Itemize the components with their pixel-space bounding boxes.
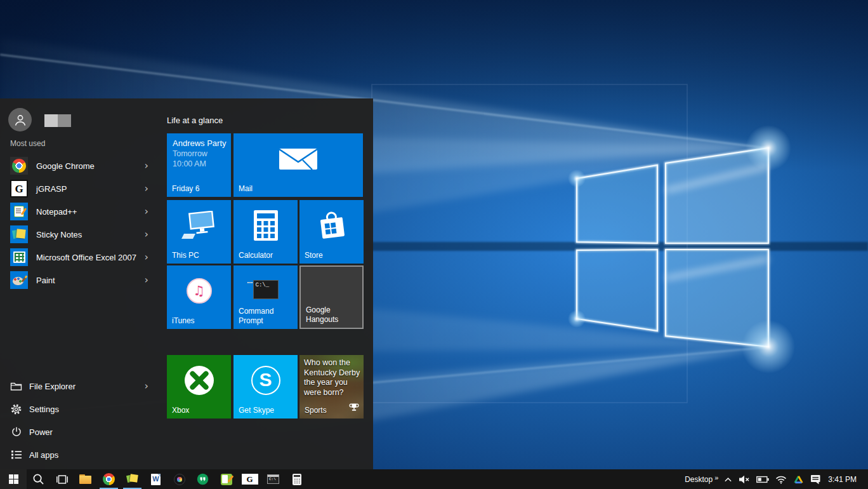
battery-icon — [756, 476, 769, 483]
taskbar-chrome[interactable] — [97, 469, 121, 489]
menu-item-file-explorer[interactable]: File Explorer › — [0, 375, 159, 398]
taskbar-file-explorer[interactable] — [74, 469, 97, 489]
chevron-right-icon[interactable]: › — [145, 184, 148, 194]
chrome-icon — [10, 157, 28, 175]
jgrasp-icon: G — [241, 473, 259, 485]
task-view-icon — [56, 474, 69, 485]
menu-item-notepad-plus-plus[interactable]: Notepad++ › — [0, 200, 159, 223]
chevron-right-icon[interactable]: › — [145, 275, 148, 285]
tile-sports[interactable]: Who won the Kentucky Derby the year you … — [299, 355, 364, 419]
notepad-plus-plus-icon — [10, 203, 28, 220]
search-icon — [32, 473, 44, 485]
chevron-right-icon[interactable]: › — [145, 161, 148, 171]
volume-muted-icon — [739, 475, 750, 484]
chevron-right-icon[interactable]: › — [145, 381, 148, 391]
calendar-event: Andrews Party Tomorrow 10:00 AM — [173, 138, 227, 169]
jgrasp-icon: G — [10, 180, 28, 198]
taskbar-word[interactable]: W — [144, 469, 168, 489]
mail-envelope-icon — [279, 145, 318, 173]
tile-calendar[interactable]: Andrews Party Tomorrow 10:00 AM Friday 6 — [167, 133, 231, 197]
taskbar: W G C:\ Desktop » — [0, 469, 868, 489]
all-apps-list-icon — [10, 449, 22, 461]
excel-icon — [10, 248, 28, 266]
tile-this-pc[interactable]: This PC — [167, 200, 231, 264]
tile-google-hangouts[interactable]: Google Hangouts — [299, 265, 364, 329]
tile-itunes[interactable]: ♫ iTunes — [167, 265, 231, 329]
sports-headline: Who won the Kentucky Derby the year you … — [304, 358, 362, 398]
trophy-icon — [349, 403, 359, 415]
command-prompt-icon: C:\ — [267, 474, 279, 484]
tile-command-prompt[interactable]: C:\_ Command Prompt — [233, 265, 298, 329]
volume-button[interactable] — [735, 469, 753, 489]
chevron-up-icon — [724, 476, 732, 483]
chevron-right-icon[interactable]: › — [145, 229, 148, 239]
sticky-notes-icon — [10, 225, 28, 243]
menu-item-google-chrome[interactable]: Google Chrome › — [0, 154, 159, 177]
taskbar-clock[interactable]: 3:41 PM — [824, 469, 860, 489]
system-list: File Explorer › Settings Power — [0, 375, 159, 466]
google-drive-tray[interactable] — [790, 469, 807, 489]
notepad-plus-plus-icon — [221, 474, 232, 485]
tiles-group-header: Life at a glance — [167, 116, 223, 125]
camera-lens-icon — [174, 474, 185, 485]
task-view-button[interactable] — [50, 469, 74, 489]
person-icon — [13, 113, 27, 127]
search-button[interactable] — [27, 469, 50, 489]
menu-item-jgrasp[interactable]: G jGRASP › — [0, 177, 159, 200]
taskbar-jgrasp[interactable]: G — [238, 469, 261, 489]
network-button[interactable] — [772, 469, 790, 489]
chevron-right-icon[interactable]: › — [145, 252, 148, 262]
menu-item-sticky-notes[interactable]: Sticky Notes › — [0, 223, 159, 246]
drive-icon — [793, 474, 804, 485]
power-icon — [10, 426, 22, 438]
taskbar-command-prompt[interactable]: C:\ — [261, 469, 285, 489]
desktop-toolbar[interactable]: Desktop » — [681, 469, 721, 489]
folder-icon — [10, 380, 22, 392]
taskbar-sticky-notes[interactable] — [121, 469, 144, 489]
monitor-icon — [181, 211, 217, 240]
battery-button[interactable] — [753, 469, 772, 489]
chevron-right-icon[interactable]: › — [145, 206, 148, 217]
overflow-chevrons-icon[interactable]: » — [714, 474, 718, 481]
calculator-icon — [253, 210, 279, 241]
file-explorer-icon — [79, 474, 92, 485]
xbox-sphere-icon — [185, 366, 214, 395]
paint-palette-icon — [10, 271, 28, 289]
wifi-icon — [775, 475, 787, 484]
taskbar-calculator[interactable] — [285, 469, 308, 489]
taskbar-notepad-plus-plus[interactable] — [214, 469, 238, 489]
menu-item-settings[interactable]: Settings — [0, 398, 159, 420]
word-icon: W — [151, 474, 161, 485]
show-hidden-icons-button[interactable] — [721, 469, 735, 489]
tile-label: Xbox — [172, 406, 228, 415]
skype-s-icon: S — [251, 366, 280, 395]
tile-label: Store — [305, 251, 360, 260]
store-bag-icon — [317, 210, 347, 241]
system-tray: Desktop » — [681, 469, 868, 489]
tile-label: This PC — [172, 251, 228, 260]
tile-label: Command Prompt — [239, 307, 294, 326]
tile-label: iTunes — [172, 316, 228, 326]
tile-get-skype[interactable]: S Get Skype — [233, 355, 298, 419]
menu-item-excel-2007[interactable]: Microsoft Office Excel 2007 › — [0, 246, 159, 269]
user-name-redacted — [44, 114, 71, 127]
menu-item-power[interactable]: Power — [0, 420, 159, 443]
tile-label: Mail — [239, 184, 360, 194]
tile-calculator[interactable]: Calculator — [233, 200, 298, 264]
tile-mail[interactable]: Mail — [233, 133, 363, 197]
tile-store[interactable]: Store — [299, 200, 364, 264]
tile-xbox[interactable]: Xbox — [167, 355, 231, 419]
start-button[interactable] — [0, 469, 27, 489]
menu-item-all-apps[interactable]: All apps — [0, 443, 159, 466]
action-center-icon — [810, 474, 821, 485]
tile-label: Google Hangouts — [306, 305, 359, 325]
windows-logo-icon — [9, 474, 18, 484]
taskbar-lens-app[interactable] — [168, 469, 191, 489]
action-center-button[interactable] — [807, 469, 824, 489]
most-used-header: Most used — [10, 139, 45, 148]
calculator-icon — [293, 474, 301, 485]
tile-label: Calculator — [239, 251, 294, 260]
menu-item-paint[interactable]: Paint › — [0, 269, 159, 291]
user-avatar[interactable] — [8, 108, 32, 131]
taskbar-hangouts[interactable] — [191, 469, 214, 489]
